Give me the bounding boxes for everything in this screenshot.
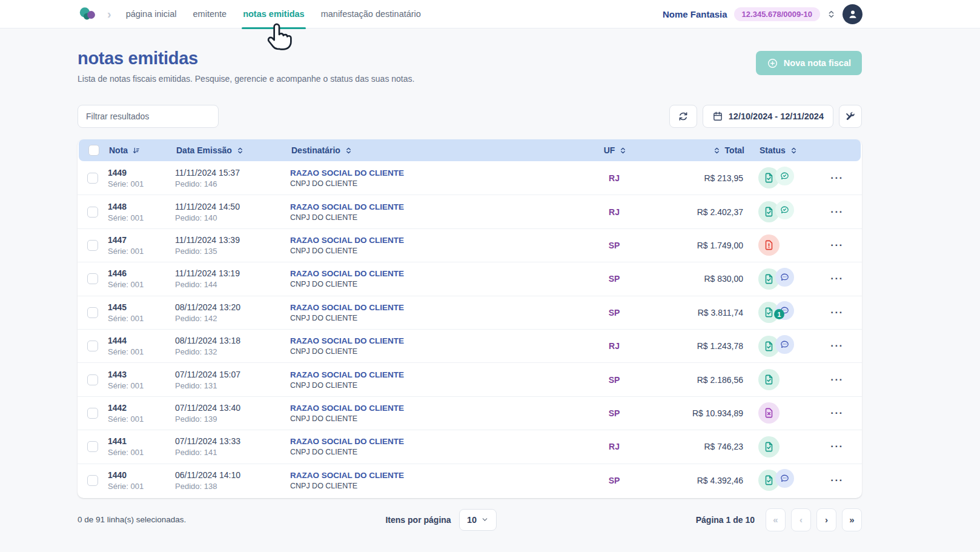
column-header-destinatario[interactable]: Destinatário: [291, 145, 570, 155]
invoice-series: Série: 001: [108, 314, 175, 323]
row-checkbox[interactable]: [87, 441, 98, 452]
row-checkbox[interactable]: [87, 374, 98, 385]
issue-date: 08/11/2024 13:18: [175, 336, 290, 345]
select-all-checkbox[interactable]: [88, 145, 99, 156]
recipient-name-link[interactable]: RAZAO SOCIAL DO CLIENTE: [290, 269, 569, 278]
row-checkbox[interactable]: [87, 240, 98, 251]
row-actions-menu-button[interactable]: ···: [830, 273, 843, 285]
page-title: notas emitidas: [78, 48, 414, 68]
uf-value: SP: [569, 274, 660, 284]
row-checkbox[interactable]: [87, 341, 98, 351]
nav-item-pagina-inicial[interactable]: página inicial: [126, 0, 177, 28]
row-checkbox[interactable]: [87, 173, 98, 184]
row-checkbox[interactable]: [87, 307, 98, 318]
total-value: R$ 2.186,56: [660, 375, 746, 385]
date-cell: 08/11/2024 13:20 Pedido: 142: [175, 302, 290, 323]
status-group: [746, 402, 812, 424]
company-switcher-icon[interactable]: [827, 10, 836, 19]
sort-updown-icon[interactable]: [619, 147, 627, 155]
table-row: 1446 Série: 001 11/11/2024 13:19 Pedido:…: [78, 262, 862, 295]
recipient-name-link[interactable]: RAZAO SOCIAL DO CLIENTE: [290, 471, 569, 480]
invoice-number: 1442: [108, 403, 175, 413]
row-checkbox[interactable]: [87, 207, 98, 218]
date-cell: 07/11/2024 13:33 Pedido: 141: [175, 436, 290, 457]
issue-date: 08/11/2024 13:20: [175, 302, 290, 312]
column-header-uf[interactable]: UF: [570, 145, 661, 155]
sort-desc-icon[interactable]: [132, 147, 140, 155]
recipient-cell: RAZAO SOCIAL DO CLIENTE CNPJ DO CLIENTE: [290, 168, 569, 188]
row-actions-menu-button[interactable]: ···: [830, 340, 843, 352]
column-header-total[interactable]: Total: [661, 145, 747, 155]
column-header-data-emissao[interactable]: Data Emissão: [176, 145, 291, 155]
previous-page-button[interactable]: ‹: [791, 508, 811, 531]
recipient-cnpj: CNPJ DO CLIENTE: [290, 381, 569, 390]
recipient-cnpj: CNPJ DO CLIENTE: [290, 179, 569, 188]
row-checkbox[interactable]: [87, 475, 98, 486]
nav-item-notas-emitidas[interactable]: notas emitidas: [243, 0, 305, 28]
row-actions-menu-button[interactable]: ···: [830, 374, 843, 386]
table-row: 1442 Série: 001 07/11/2024 13:40 Pedido:…: [78, 396, 862, 430]
nota-cell: 1446 Série: 001: [108, 268, 175, 289]
recipient-cell: RAZAO SOCIAL DO CLIENTE CNPJ DO CLIENTE: [290, 303, 569, 322]
calendar-icon: [712, 111, 723, 122]
row-actions-menu-button[interactable]: ···: [830, 474, 843, 487]
total-value: R$ 830,00: [660, 274, 746, 284]
date-cell: 06/11/2024 14:10 Pedido: 138: [175, 470, 290, 491]
sort-updown-icon[interactable]: [790, 147, 798, 155]
date-range-button[interactable]: 12/10/2024 - 12/11/2024: [703, 105, 833, 128]
sort-updown-icon[interactable]: [713, 147, 721, 155]
row-actions-menu-button[interactable]: ···: [830, 172, 843, 184]
row-checkbox[interactable]: [87, 408, 98, 419]
next-page-button[interactable]: ›: [816, 508, 836, 531]
column-label: Nota: [109, 145, 128, 155]
app-logo-icon[interactable]: [78, 5, 98, 22]
column-header-nota[interactable]: Nota: [109, 145, 176, 155]
date-cell: 07/11/2024 13:40 Pedido: 139: [175, 403, 290, 424]
invoice-number: 1447: [108, 235, 175, 245]
nota-cell: 1444 Série: 001: [108, 336, 175, 356]
table-settings-button[interactable]: [839, 105, 862, 128]
column-label: Status: [760, 145, 786, 155]
sort-updown-icon[interactable]: [345, 147, 353, 155]
invoice-number: 1444: [108, 336, 175, 345]
last-page-button[interactable]: »: [842, 508, 862, 531]
uf-value: RJ: [569, 173, 660, 183]
row-actions-menu-button[interactable]: ···: [830, 307, 843, 319]
nav-item-manifestacao-destinatario[interactable]: manifestação destinatário: [321, 0, 421, 28]
row-checkbox[interactable]: [87, 273, 98, 284]
status-bubble-dots-icon: [775, 268, 794, 287]
selection-count-text: 0 de 91 linha(s) selecionadas.: [78, 515, 186, 524]
recipient-name-link[interactable]: RAZAO SOCIAL DO CLIENTE: [290, 202, 569, 211]
status-group: [746, 335, 812, 357]
total-value: R$ 3.811,74: [660, 308, 746, 318]
filter-input[interactable]: [78, 105, 219, 128]
table-row: 1448 Série: 001 11/11/2024 14:50 Pedido:…: [78, 195, 862, 228]
refresh-button[interactable]: [669, 105, 697, 128]
sort-updown-icon[interactable]: [236, 147, 244, 155]
row-actions-menu-button[interactable]: ···: [830, 441, 843, 453]
user-avatar[interactable]: [843, 4, 862, 24]
items-per-page-select[interactable]: 10: [459, 509, 497, 531]
nav-item-emitente[interactable]: emitente: [193, 0, 227, 28]
recipient-name-link[interactable]: RAZAO SOCIAL DO CLIENTE: [290, 168, 569, 178]
recipient-name-link[interactable]: RAZAO SOCIAL DO CLIENTE: [290, 437, 569, 446]
status-doc-check-icon: [758, 436, 780, 457]
invoice-number: 1448: [108, 202, 175, 211]
recipient-cell: RAZAO SOCIAL DO CLIENTE CNPJ DO CLIENTE: [290, 404, 569, 423]
new-invoice-button[interactable]: Nova nota fiscal: [756, 51, 862, 75]
row-actions-menu-button[interactable]: ···: [830, 407, 843, 419]
recipient-cell: RAZAO SOCIAL DO CLIENTE CNPJ DO CLIENTE: [290, 236, 569, 255]
issue-date: 06/11/2024 14:10: [175, 470, 290, 480]
first-page-button[interactable]: «: [766, 508, 786, 531]
row-actions-menu-button[interactable]: ···: [830, 239, 843, 251]
recipient-name-link[interactable]: RAZAO SOCIAL DO CLIENTE: [290, 236, 569, 245]
recipient-name-link[interactable]: RAZAO SOCIAL DO CLIENTE: [290, 336, 569, 345]
column-header-status[interactable]: Status: [747, 145, 813, 155]
recipient-name-link[interactable]: RAZAO SOCIAL DO CLIENTE: [290, 404, 569, 413]
status-doc-cancel-icon: [758, 402, 780, 424]
table-row: 1449 Série: 001 11/11/2024 15:37 Pedido:…: [78, 161, 862, 195]
row-actions-menu-button[interactable]: ···: [830, 206, 843, 218]
recipient-name-link[interactable]: RAZAO SOCIAL DO CLIENTE: [290, 370, 569, 379]
order-number: Pedido: 141: [175, 448, 290, 457]
recipient-name-link[interactable]: RAZAO SOCIAL DO CLIENTE: [290, 303, 569, 312]
